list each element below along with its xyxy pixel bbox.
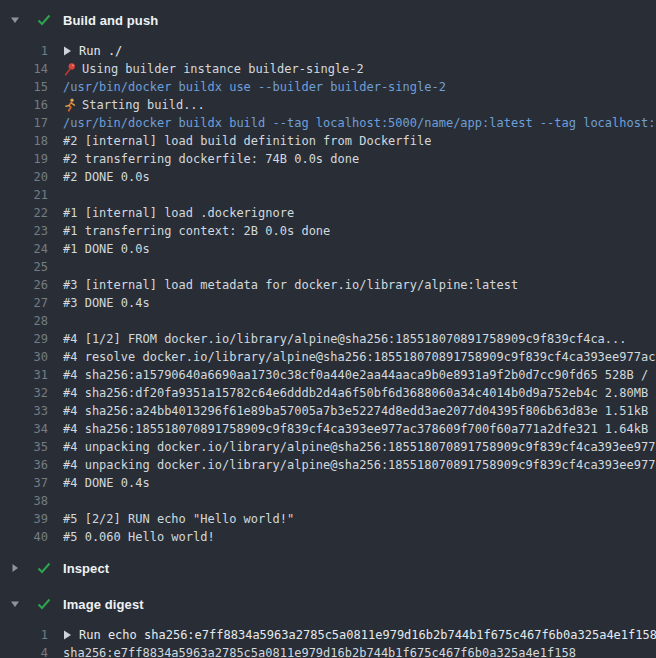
log-text-content: Using builder instance builder-single-2	[82, 62, 364, 76]
log-text-content: #3 DONE 0.4s	[63, 296, 150, 310]
log-line: 37#4 DONE 0.4s	[0, 474, 656, 492]
line-number[interactable]: 19	[0, 152, 48, 166]
log-text: Run ./	[63, 44, 122, 58]
line-number[interactable]: 17	[0, 116, 48, 130]
log-viewer: Build and push1Run ./14Using builder ins…	[0, 0, 656, 658]
log-text: #3 DONE 0.4s	[63, 296, 150, 310]
line-number[interactable]: 1	[0, 628, 48, 642]
line-number[interactable]: 31	[0, 368, 48, 382]
line-number[interactable]: 24	[0, 242, 48, 256]
log-line: 1Run ./	[0, 42, 656, 60]
log-section-build-and-push: Build and push1Run ./14Using builder ins…	[0, 6, 656, 554]
log-text-content: #4 resolve docker.io/library/alpine@sha2…	[63, 350, 656, 364]
log-line: 38	[0, 492, 656, 510]
line-number[interactable]: 4	[0, 646, 48, 658]
log-text: /usr/bin/docker buildx use --builder bui…	[63, 80, 446, 94]
log-text-content: Run ./	[79, 44, 122, 58]
log-text: #4 DONE 0.4s	[63, 476, 150, 490]
line-number[interactable]: 39	[0, 512, 48, 526]
section-header[interactable]: Image digest	[0, 590, 656, 618]
section-title: Build and push	[63, 13, 158, 28]
check-icon	[37, 598, 51, 610]
log-text-content: /usr/bin/docker buildx use --builder bui…	[63, 80, 446, 94]
line-number[interactable]: 22	[0, 206, 48, 220]
log-line: 16Starting build...	[0, 96, 656, 114]
log-line: 29#4 [1/2] FROM docker.io/library/alpine…	[0, 330, 656, 348]
log-line: 19#2 transferring dockerfile: 74B 0.0s d…	[0, 150, 656, 168]
section-header[interactable]: Build and push	[0, 6, 656, 34]
log-text-content: #4 sha256:185518070891758909c9f839cf4ca3…	[63, 422, 656, 436]
log-line: 28	[0, 312, 656, 330]
line-number[interactable]: 28	[0, 314, 48, 328]
log-text-content: #5 [2/2] RUN echo "Hello world!"	[63, 512, 294, 526]
run-expander-icon[interactable]	[63, 630, 72, 640]
log-text: #2 DONE 0.0s	[63, 170, 150, 184]
log-text: #4 unpacking docker.io/library/alpine@sh…	[63, 458, 656, 472]
section-log-lines: 1Run ./14Using builder instance builder-…	[0, 34, 656, 554]
line-number[interactable]: 38	[0, 494, 48, 508]
log-section-image-digest: Image digest1Run echo sha256:e7ff8834a59…	[0, 590, 656, 658]
log-line: 25	[0, 258, 656, 276]
log-text: #4 sha256:df20fa9351a15782c64e6dddb2d4a6…	[63, 386, 656, 400]
line-number[interactable]: 34	[0, 422, 48, 436]
section-log-lines: 1Run echo sha256:e7ff8834a5963a2785c5a08…	[0, 618, 656, 658]
line-number[interactable]: 16	[0, 98, 48, 112]
line-number[interactable]: 33	[0, 404, 48, 418]
log-text-content: #1 DONE 0.0s	[63, 242, 150, 256]
log-line: 33#4 sha256:a24bb4013296f61e89ba57005a7b…	[0, 402, 656, 420]
log-text: #4 unpacking docker.io/library/alpine@sh…	[63, 440, 656, 454]
log-text-content: #1 transferring context: 2B 0.0s done	[63, 224, 330, 238]
log-line: 17/usr/bin/docker buildx build --tag loc…	[0, 114, 656, 132]
line-number[interactable]: 30	[0, 350, 48, 364]
line-number[interactable]: 20	[0, 170, 48, 184]
log-line: 1Run echo sha256:e7ff8834a5963a2785c5a08…	[0, 626, 656, 644]
log-section-inspect: Inspect	[0, 554, 656, 582]
line-number[interactable]: 29	[0, 332, 48, 346]
log-line: 20#2 DONE 0.0s	[0, 168, 656, 186]
chevron-down-icon[interactable]	[10, 15, 20, 25]
line-number[interactable]: 14	[0, 62, 48, 76]
log-line: 22#1 [internal] load .dockerignore	[0, 204, 656, 222]
chevron-down-icon[interactable]	[10, 599, 20, 609]
log-text-content: #1 [internal] load .dockerignore	[63, 206, 294, 220]
log-text: #2 transferring dockerfile: 74B 0.0s don…	[63, 152, 359, 166]
line-number[interactable]: 23	[0, 224, 48, 238]
log-text: #2 [internal] load build definition from…	[63, 134, 431, 148]
line-number[interactable]: 27	[0, 296, 48, 310]
log-text: sha256:e7ff8834a5963a2785c5a0811e979d16b…	[63, 646, 576, 658]
line-number[interactable]: 35	[0, 440, 48, 454]
section-title: Image digest	[63, 597, 144, 612]
log-text: Run echo sha256:e7ff8834a5963a2785c5a081…	[63, 628, 656, 642]
run-expander-icon[interactable]	[63, 46, 72, 56]
log-line: 21	[0, 186, 656, 204]
line-number[interactable]: 37	[0, 476, 48, 490]
line-number[interactable]: 32	[0, 386, 48, 400]
log-line: 35#4 unpacking docker.io/library/alpine@…	[0, 438, 656, 456]
log-text: Starting build...	[63, 98, 205, 112]
log-text: #4 [1/2] FROM docker.io/library/alpine@s…	[63, 332, 627, 346]
line-number[interactable]: 36	[0, 458, 48, 472]
line-number[interactable]: 1	[0, 44, 48, 58]
log-text-content: #4 sha256:df20fa9351a15782c64e6dddb2d4a6…	[63, 386, 656, 400]
line-number[interactable]: 40	[0, 530, 48, 544]
line-number[interactable]: 21	[0, 188, 48, 202]
line-number[interactable]: 18	[0, 134, 48, 148]
log-text-content: #2 DONE 0.0s	[63, 170, 150, 184]
chevron-right-icon[interactable]	[10, 563, 20, 573]
pushpin-icon	[63, 62, 77, 76]
section-header[interactable]: Inspect	[0, 554, 656, 582]
log-text: #3 [internal] load metadata for docker.i…	[63, 278, 518, 292]
log-text: /usr/bin/docker buildx build --tag local…	[63, 116, 656, 130]
log-text: #4 sha256:a15790640a6690aa1730c38cf0a440…	[63, 368, 656, 382]
log-line: 26#3 [internal] load metadata for docker…	[0, 276, 656, 294]
log-line: 4sha256:e7ff8834a5963a2785c5a0811e979d16…	[0, 644, 656, 658]
line-number[interactable]: 26	[0, 278, 48, 292]
section-title: Inspect	[63, 561, 109, 576]
log-line: 14Using builder instance builder-single-…	[0, 60, 656, 78]
log-text-content: Starting build...	[82, 98, 205, 112]
log-line: 39#5 [2/2] RUN echo "Hello world!"	[0, 510, 656, 528]
runner-icon	[63, 98, 77, 112]
log-text-content: Run echo sha256:e7ff8834a5963a2785c5a081…	[79, 628, 656, 642]
line-number[interactable]: 25	[0, 260, 48, 274]
line-number[interactable]: 15	[0, 80, 48, 94]
